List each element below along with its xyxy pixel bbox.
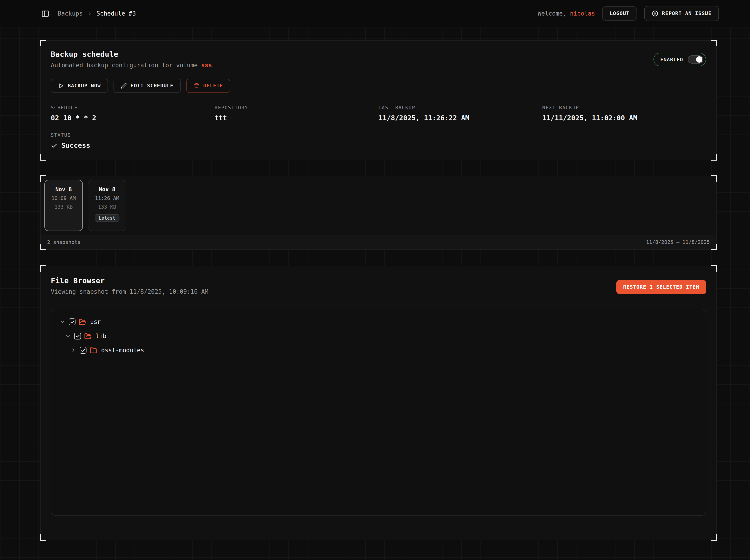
corner-bracket [711,175,717,182]
schedule-actions: BACKUP NOW EDIT SCHEDULE DELETE [51,79,706,93]
tree-row-lib[interactable]: lib [56,329,701,343]
success-check-icon [51,142,58,149]
snapshot-count: 2 snapshots [47,239,81,245]
corner-bracket [40,244,46,250]
panel-title: Backup schedule [51,50,212,59]
corner-bracket [40,175,46,182]
sidebar-toggle-button[interactable] [41,9,50,18]
snapshots-footer: 2 snapshots 11/8/2025 – 11/8/2025 [41,235,716,249]
field-label: STATUS [51,132,215,138]
field-label: REPOSITORY [215,105,378,110]
chevron-down-icon[interactable] [65,333,71,339]
file-browser-title: File Browser [51,276,209,285]
corner-bracket [40,154,46,161]
tree-row-ossl-modules[interactable]: ossl-modules [56,343,701,357]
latest-badge: Latest [95,214,119,222]
report-issue-button[interactable]: REPORT AN ISSUE [644,6,719,21]
file-browser-subtitle: Viewing snapshot from 11/8/2025, 10:09:1… [51,288,209,295]
corner-bracket [711,265,717,272]
tree-item-label: usr [90,318,101,325]
chevron-down-icon[interactable] [59,319,65,325]
snapshot-date-range: 11/8/2025 – 11/8/2025 [646,239,710,245]
backup-schedule-panel: Backup schedule Automated backup configu… [40,40,716,160]
subtitle-text: Automated backup configuration for volum… [51,62,198,68]
field-schedule: SCHEDULE 02 10 * * 2 [51,105,215,122]
breadcrumb: Backups Schedule #3 [58,10,136,17]
corner-bracket [40,40,46,46]
restore-button[interactable]: RESTORE 1 SELECTED ITEM [616,280,706,294]
username: nicolas [570,10,595,17]
snapshot-size: 133 KB [55,204,73,210]
schedule-fields: SCHEDULE 02 10 * * 2 REPOSITORY ttt LAST… [51,105,706,149]
toggle-knob [696,56,703,63]
checkbox-lib[interactable] [74,333,81,339]
trash-icon [194,83,199,89]
delete-button[interactable]: DELETE [186,79,231,93]
field-label: LAST BACKUP [378,105,542,110]
field-status: STATUS Success [51,132,215,149]
snapshot-time: 10:09 AM [52,195,76,201]
chevron-right-icon[interactable] [71,347,76,353]
snapshot-card[interactable]: Nov 8 11:26 AM 133 KB Latest [88,180,126,231]
snapshot-card-selected[interactable]: Nov 8 10:09 AM 133 KB [44,180,83,231]
edit-schedule-label: EDIT SCHEDULE [131,83,173,89]
tree-item-label: ossl-modules [101,347,144,354]
volume-name: sss [201,62,212,68]
field-value: 11/11/2025, 11:02:00 AM [542,114,706,122]
enabled-toggle[interactable]: ENABLED [653,53,706,66]
snapshot-timeline: Nov 8 10:09 AM 133 KB Nov 8 11:26 AM 133… [41,176,716,235]
corner-bracket [711,244,717,250]
field-label: NEXT BACKUP [542,105,706,110]
field-value: ttt [215,114,378,122]
header-actions: Welcome, nicolas LOGOUT REPORT AN ISSUE [538,6,719,21]
panel-subtitle: Automated backup configuration for volum… [51,62,212,68]
panel-left-icon [41,9,50,18]
tree-row-usr[interactable]: usr [56,315,701,329]
checkbox-ossl-modules[interactable] [80,347,86,354]
edit-schedule-button[interactable]: EDIT SCHEDULE [114,79,181,93]
top-bar: Backups Schedule #3 Welcome, nicolas LOG… [0,0,750,27]
checkbox-usr[interactable] [68,318,76,325]
snapshot-size: 133 KB [98,204,116,210]
play-icon [58,83,64,89]
corner-bracket [711,40,717,46]
corner-bracket [711,154,717,161]
snapshot-date: Nov 8 [55,186,72,193]
folder-icon [90,346,97,354]
enabled-label: ENABLED [660,57,683,62]
pencil-icon [121,83,127,89]
breadcrumb-current: Schedule #3 [97,10,136,17]
folder-open-icon [84,333,92,340]
breadcrumb-backups[interactable]: Backups [58,10,83,17]
backup-now-button[interactable]: BACKUP NOW [51,79,108,93]
delete-label: DELETE [203,83,223,89]
snapshots-panel: Nov 8 10:09 AM 133 KB Nov 8 11:26 AM 133… [40,176,716,250]
field-last-backup: LAST BACKUP 11/8/2025, 11:26:22 AM [378,105,542,122]
field-value: 11/8/2025, 11:26:22 AM [378,114,542,122]
corner-bracket [40,534,46,541]
file-tree: usr lib [51,309,706,516]
welcome-prefix: Welcome, [538,10,566,17]
tree-item-label: lib [96,333,106,339]
chevron-right-icon [87,11,93,16]
field-value: 02 10 * * 2 [51,114,215,122]
report-issue-icon [651,10,658,17]
file-browser-panel: File Browser Viewing snapshot from 11/8/… [40,266,716,540]
page: Backups Schedule #3 Welcome, nicolas LOG… [0,0,750,560]
folder-open-icon [79,318,86,325]
snapshot-time: 11:26 AM [95,195,119,201]
snapshot-date: Nov 8 [99,186,115,193]
status-value: Success [51,141,215,149]
status-text: Success [61,141,90,149]
report-issue-label: REPORT AN ISSUE [662,11,712,17]
corner-bracket [40,265,46,272]
field-label: SCHEDULE [51,105,215,110]
welcome-text: Welcome, nicolas [538,10,595,17]
backup-now-label: BACKUP NOW [68,83,101,89]
field-next-backup: NEXT BACKUP 11/11/2025, 11:02:00 AM [542,105,706,122]
main-content: Backup schedule Automated backup configu… [0,27,750,540]
toggle-switch-icon [688,55,703,64]
corner-bracket [711,534,717,541]
field-repository: REPOSITORY ttt [215,105,378,122]
logout-button[interactable]: LOGOUT [603,6,637,21]
